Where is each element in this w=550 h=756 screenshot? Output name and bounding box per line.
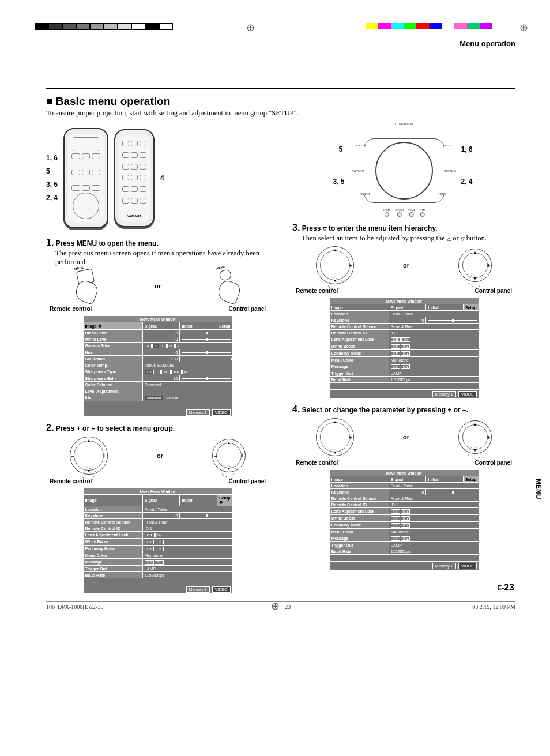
footer-date: 03.2.19, 12:09 PM [472,604,515,610]
callout-3-5: 3, 5 [333,178,345,186]
step-2-heading: 2. Press + or – to select a menu group. [46,423,269,433]
callout-1-6: 1, 6 [461,145,472,153]
section-intro: To ensure proper projection, start with … [46,109,515,118]
section-title: Basic menu operation [46,95,515,108]
remote-control-label: Remote control [50,306,92,312]
remote-callout-labels: 1, 6 5 3, 5 2, 4 [46,152,58,204]
callout-3-5: 3, 5 [46,178,58,191]
control-panel-label: Control panel [475,460,512,466]
setup-menu-screenshot: Move Menu WindowImageSignalInitialSetup … [83,488,233,594]
registration-mark-icon: ⊕ [271,600,280,612]
callout-5: 5 [46,165,58,178]
callout-1-6: 1, 6 [46,152,58,165]
callout-2-4: 2, 4 [461,178,472,186]
step-1-body: The previous menu screen opens if menu o… [55,249,269,266]
print-calibration-bar: ⊕ ⊕ [46,23,515,39]
step-3-heading: 3. Press ▽ to enter the menu item hierar… [292,223,515,233]
remote-dial-icon: –+ ▴▾ [316,246,354,284]
or-label: or [157,452,163,459]
step-3-body: Then select an item to be adjusted by pr… [302,234,515,243]
or-label: or [403,262,409,269]
control-panel-label: Control panel [229,478,266,484]
dial-diagram: –+ ▴▾ or –+ ▴▾ [292,246,515,284]
control-panel-label: Control panel [229,306,266,312]
press-menu-diagram: MENU or MENU [46,270,269,302]
header-rule [46,88,515,89]
step-4-heading: 4. Select or change the parameter by pre… [292,404,515,415]
control-panel-diagram: STANDBY/ON ESCAPE MENU PATTERN SETTING A… [355,125,453,217]
grayscale-strip [35,23,173,29]
step-1-heading: 1. Press MENU to open the menu. [46,238,269,248]
or-label: or [155,283,161,289]
panel-dial-icon: –+ ▴▾ [212,439,246,472]
footer-filename: 106_DPX-1000(E)22-30 [46,604,103,610]
registration-mark-icon: ⊕ [246,21,255,34]
remote-dial-icon: –+ ▴▾ [70,437,108,475]
remote-outline-icon [63,128,108,228]
callout-4: 4 [160,174,164,182]
panel-dial-icon: –+ ▴▾ [458,420,492,454]
brand-label: YAMAHA [119,215,150,218]
or-label: or [403,434,409,441]
remote-dial-icon: –+ ▴▾ [316,418,354,456]
dial-diagram: –+ ▴▾ or –+ ▴▾ [292,418,515,456]
running-header: Menu operation [46,39,515,48]
control-panel-label: Control panel [475,288,512,294]
hand-press-icon: MENU [214,270,244,302]
registration-mark-icon: ⊕ [519,21,528,34]
color-strip [366,23,492,29]
remote-diagram: 1, 6 5 3, 5 2, 4 [46,128,269,228]
hand-press-icon: MENU [71,270,101,302]
side-tab-menu: MENU [533,473,544,505]
setup-menu-screenshot: Move Menu WindowImageSignalInitialSetupL… [329,298,479,398]
print-footer: 106_DPX-1000(E)22-30 23 03.2.19, 12:09 P… [46,601,515,610]
panel-dial-icon: –+ ▴▾ [458,249,492,282]
remote-outline-icon: YAMAHA [114,129,155,227]
image-menu-screenshot: Move Menu WindowImage ✥SignalInitialSetu… [83,315,233,417]
setup-menu-screenshot: Move Menu WindowImageSignalInitialSetupL… [329,469,479,570]
dial-diagram: –+ ▴▾ or –+ ▴▾ [46,437,269,475]
callout-2-4: 2, 4 [46,191,58,205]
page-number: E-23 [497,582,514,593]
footer-page: 23 [285,604,291,610]
callout-5: 5 [339,145,343,153]
